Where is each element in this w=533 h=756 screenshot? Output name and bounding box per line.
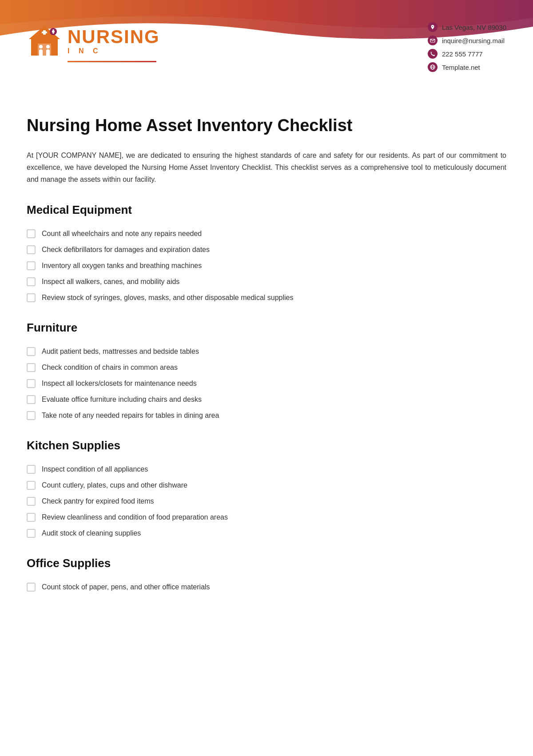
list-item: Check pantry for expired food items xyxy=(27,496,506,507)
section-title-medical-equipment: Medical Equipment xyxy=(27,203,506,220)
logo-text-group: NURSING I N C xyxy=(68,28,160,55)
list-item: Check defibrillators for damages and exp… xyxy=(27,244,506,255)
section-title-kitchen-supplies: Kitchen Supplies xyxy=(27,439,506,456)
web-icon xyxy=(428,62,438,72)
list-item: Audit stock of cleaning supplies xyxy=(27,528,506,539)
checkbox[interactable] xyxy=(27,411,36,420)
checklist-kitchen-supplies: Inspect condition of all appliancesCount… xyxy=(27,464,506,539)
contact-email: inquire@nursing.mail xyxy=(428,36,506,45)
checkbox[interactable] xyxy=(27,513,36,522)
logo-nursing-text: NURSING xyxy=(68,28,160,46)
checkbox[interactable] xyxy=(27,229,36,238)
svg-point-4 xyxy=(39,45,43,48)
list-item: Inspect condition of all appliances xyxy=(27,464,506,475)
checklist-item-text: Review stock of syringes, gloves, masks,… xyxy=(42,292,294,303)
checklist-medical-equipment: Count all wheelchairs and note any repai… xyxy=(27,228,506,303)
header: NURSING I N C Las Vegas, NV 89030 xyxy=(0,0,533,98)
checklist-item-text: Check defibrillators for damages and exp… xyxy=(42,244,210,255)
checklist-item-text: Take note of any needed repairs for tabl… xyxy=(42,410,219,421)
list-item: Count cutlery, plates, cups and other di… xyxy=(27,480,506,491)
checkbox[interactable] xyxy=(27,293,36,302)
checkbox[interactable] xyxy=(27,497,36,506)
checkbox[interactable] xyxy=(27,465,36,474)
email-text: inquire@nursing.mail xyxy=(442,37,505,44)
section-medical-equipment: Medical EquipmentCount all wheelchairs a… xyxy=(27,203,506,303)
checkbox[interactable] xyxy=(27,583,36,592)
checkbox[interactable] xyxy=(27,277,36,286)
phone-text: 222 555 7777 xyxy=(442,50,483,58)
svg-rect-8 xyxy=(53,29,54,34)
list-item: Inspect all lockers/closets for maintena… xyxy=(27,378,506,389)
contact-address: Las Vegas, NV 89030 xyxy=(428,22,506,32)
checklist-item-text: Inspect condition of all appliances xyxy=(42,464,148,475)
checklist-item-text: Check pantry for expired food items xyxy=(42,496,154,507)
section-title-office-supplies: Office Supplies xyxy=(27,556,506,574)
list-item: Check condition of chairs in common area… xyxy=(27,362,506,373)
checklist-item-text: Audit patient beds, mattresses and bedsi… xyxy=(42,346,199,357)
website-text: Template.net xyxy=(442,64,480,71)
header-content: NURSING I N C Las Vegas, NV 89030 xyxy=(0,0,533,81)
logo-area: NURSING I N C xyxy=(27,24,160,62)
main-content: Nursing Home Asset Inventory Checklist A… xyxy=(0,98,533,637)
logo-icon-text: NURSING I N C xyxy=(27,24,160,59)
checklist-item-text: Count all wheelchairs and note any repai… xyxy=(42,228,202,239)
section-furniture: FurnitureAudit patient beds, mattresses … xyxy=(27,321,506,421)
checklist-office-supplies: Count stock of paper, pens, and other of… xyxy=(27,582,506,592)
logo-inc-text: I N C xyxy=(68,47,160,55)
list-item: Count all wheelchairs and note any repai… xyxy=(27,228,506,239)
checklist-item-text: Count stock of paper, pens, and other of… xyxy=(42,582,210,592)
checkbox[interactable] xyxy=(27,395,36,404)
list-item: Evaluate office furniture including chai… xyxy=(27,394,506,405)
contact-website: Template.net xyxy=(428,62,506,72)
email-icon xyxy=(428,36,438,45)
section-office-supplies: Office SuppliesCount stock of paper, pen… xyxy=(27,556,506,592)
phone-icon xyxy=(428,49,438,59)
nursing-logo-icon xyxy=(27,24,62,59)
list-item: Count stock of paper, pens, and other of… xyxy=(27,582,506,592)
logo-underline xyxy=(68,61,156,62)
checklist-item-text: Audit stock of cleaning supplies xyxy=(42,528,141,539)
checkbox[interactable] xyxy=(27,529,36,538)
checkbox[interactable] xyxy=(27,379,36,388)
address-text: Las Vegas, NV 89030 xyxy=(442,24,506,31)
checkbox[interactable] xyxy=(27,347,36,356)
checkbox[interactable] xyxy=(27,481,36,490)
document-title: Nursing Home Asset Inventory Checklist xyxy=(27,116,506,136)
section-kitchen-supplies: Kitchen SuppliesInspect condition of all… xyxy=(27,439,506,539)
svg-point-5 xyxy=(46,45,50,48)
list-item: Take note of any needed repairs for tabl… xyxy=(27,410,506,421)
checkbox[interactable] xyxy=(27,363,36,372)
list-item: Inspect all walkers, canes, and mobility… xyxy=(27,276,506,287)
contact-info: Las Vegas, NV 89030 inquire@nursing.mail xyxy=(428,13,506,72)
intro-paragraph: At [YOUR COMPANY NAME], we are dedicated… xyxy=(27,149,506,186)
checklist-item-text: Inspect all walkers, canes, and mobility… xyxy=(42,276,179,287)
list-item: Review stock of syringes, gloves, masks,… xyxy=(27,292,506,303)
checklist-item-text: Count cutlery, plates, cups and other di… xyxy=(42,480,187,491)
checklist-item-text: Evaluate office furniture including chai… xyxy=(42,394,202,405)
sections-container: Medical EquipmentCount all wheelchairs a… xyxy=(27,203,506,592)
checklist-furniture: Audit patient beds, mattresses and bedsi… xyxy=(27,346,506,421)
checkbox[interactable] xyxy=(27,261,36,270)
checklist-item-text: Check condition of chairs in common area… xyxy=(42,362,178,373)
list-item: Review cleanliness and condition of food… xyxy=(27,512,506,523)
contact-phone: 222 555 7777 xyxy=(428,49,506,59)
location-icon xyxy=(428,22,438,32)
list-item: Audit patient beds, mattresses and bedsi… xyxy=(27,346,506,357)
checklist-item-text: Inventory all oxygen tanks and breathing… xyxy=(42,260,202,271)
list-item: Inventory all oxygen tanks and breathing… xyxy=(27,260,506,271)
section-title-furniture: Furniture xyxy=(27,321,506,338)
checklist-item-text: Review cleanliness and condition of food… xyxy=(42,512,228,523)
checklist-item-text: Inspect all lockers/closets for maintena… xyxy=(42,378,197,389)
checkbox[interactable] xyxy=(27,245,36,254)
svg-rect-3 xyxy=(43,30,46,35)
